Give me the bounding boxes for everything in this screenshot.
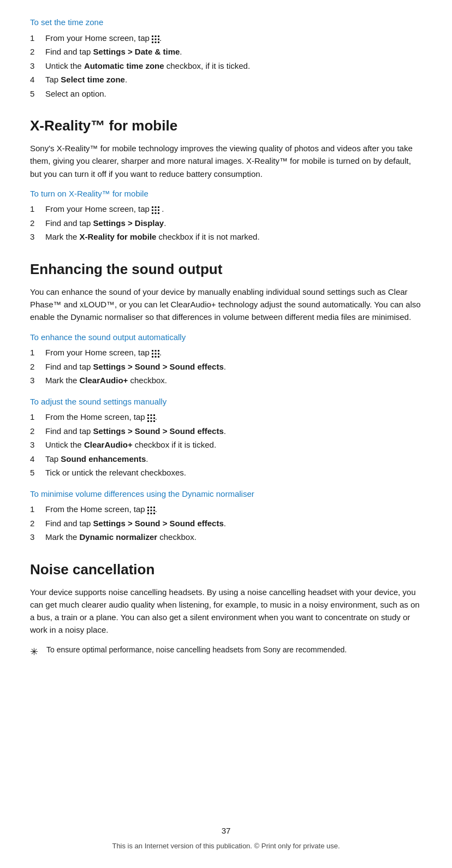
- subsection3-title: To minimise volume differences using the…: [30, 488, 422, 501]
- x-reality-heading: X-Reality™ for mobile: [30, 115, 422, 136]
- svg-rect-38: [153, 507, 155, 508]
- step-number: 5: [30, 88, 45, 100]
- step-text: Mark the ClearAudio+ checkbox.: [45, 374, 422, 387]
- step-text: Find and tap Settings > Sound > Sound ef…: [45, 361, 422, 373]
- bold-text: ClearAudio+: [80, 376, 128, 385]
- step-text: Tap Sound enhancements.: [45, 453, 422, 466]
- list-item: 5 Tick or untick the relevant checkboxes…: [30, 467, 422, 479]
- bold-text: Select time zone: [61, 75, 125, 84]
- svg-rect-11: [158, 206, 159, 208]
- step-text: Untick the ClearAudio+ checkbox if it is…: [45, 439, 422, 451]
- step-text: Mark the X-Reality for mobile checkbox i…: [45, 231, 422, 243]
- svg-rect-6: [152, 41, 153, 43]
- step-text: From the Home screen, tap .: [45, 411, 422, 424]
- step-text: Untick the Automatic time zone checkbox,…: [45, 60, 422, 73]
- set-time-zone-title: To set the time zone: [30, 16, 422, 29]
- svg-rect-27: [147, 414, 149, 416]
- step-text: From your Home screen, tap .: [45, 203, 422, 216]
- apps-icon: [152, 34, 159, 42]
- svg-rect-30: [147, 418, 149, 419]
- step-number: 3: [30, 231, 45, 243]
- enhancing-sound-heading: Enhancing the sound output: [30, 259, 422, 280]
- svg-rect-22: [155, 353, 157, 355]
- svg-rect-25: [155, 356, 157, 358]
- list-item: 4 Tap Sound enhancements.: [30, 453, 422, 466]
- apps-icon: [152, 349, 159, 356]
- svg-rect-23: [158, 353, 159, 355]
- list-item: 2 Find and tap Settings > Sound > Sound …: [30, 518, 422, 530]
- step-number: 1: [30, 503, 45, 516]
- step-number: 2: [30, 518, 45, 530]
- page-number: 37: [0, 825, 452, 837]
- step-number: 1: [30, 203, 45, 216]
- svg-rect-29: [153, 414, 155, 416]
- svg-rect-28: [150, 414, 152, 416]
- apps-icon: [147, 506, 155, 513]
- list-item: 1 From the Home screen, tap .: [30, 503, 422, 516]
- list-item: 2 Find and tap Settings > Sound > Sound …: [30, 361, 422, 373]
- svg-rect-36: [147, 507, 149, 508]
- apps-icon: [152, 205, 159, 213]
- svg-rect-20: [158, 350, 159, 352]
- x-reality-section: X-Reality™ for mobile Sony's X-Reality™ …: [30, 115, 422, 243]
- svg-rect-15: [152, 212, 153, 214]
- bold-text: Automatic time zone: [84, 61, 164, 70]
- svg-rect-19: [155, 350, 157, 352]
- svg-rect-0: [152, 35, 153, 37]
- list-item: 2 Find and tap Settings > Date & time.: [30, 46, 422, 58]
- noise-cancellation-heading: Noise cancellation: [30, 559, 422, 580]
- svg-rect-41: [153, 510, 155, 512]
- bold-text: Settings > Sound > Sound effects: [93, 426, 224, 436]
- svg-rect-32: [153, 418, 155, 419]
- bold-text: Settings > Sound > Sound effects: [93, 519, 224, 528]
- step-number: 1: [30, 32, 45, 45]
- step-text: Tick or untick the relevant checkboxes.: [45, 467, 422, 479]
- x-reality-subsection-title: To turn on X-Reality™ for mobile: [30, 188, 422, 200]
- step-number: 2: [30, 217, 45, 230]
- list-item: 3 Untick the ClearAudio+ checkbox if it …: [30, 439, 422, 451]
- x-reality-steps: 1 From your Home screen, tap . 2 Find an…: [30, 203, 422, 243]
- svg-rect-33: [147, 420, 149, 422]
- step-text: Find and tap Settings > Sound > Sound ef…: [45, 518, 422, 530]
- svg-rect-24: [152, 356, 153, 358]
- bold-text: Settings > Date & time: [93, 47, 180, 56]
- bold-text: Settings > Sound > Sound effects: [93, 362, 224, 371]
- step-number: 3: [30, 531, 45, 544]
- noise-cancellation-section: Noise cancellation Your device supports …: [30, 559, 422, 659]
- list-item: 5 Select an option.: [30, 88, 422, 100]
- step-number: 4: [30, 453, 45, 466]
- step-number: 2: [30, 361, 45, 373]
- list-item: 1 From your Home screen, tap .: [30, 203, 422, 216]
- svg-rect-40: [150, 510, 152, 512]
- step-number: 1: [30, 411, 45, 424]
- svg-rect-7: [155, 41, 157, 43]
- step-number: 3: [30, 374, 45, 387]
- svg-rect-42: [147, 513, 149, 514]
- svg-rect-9: [152, 206, 153, 208]
- svg-rect-44: [153, 513, 155, 514]
- set-time-zone-section: To set the time zone 1 From your Home sc…: [30, 16, 422, 100]
- svg-rect-39: [147, 510, 149, 512]
- tip-box: ✳ To ensure optimal performance, noise c…: [30, 644, 422, 659]
- svg-rect-12: [152, 210, 153, 211]
- bold-text: ClearAudio+: [84, 440, 133, 449]
- step-text: From your Home screen, tap .: [45, 32, 422, 45]
- svg-rect-37: [150, 507, 152, 508]
- svg-rect-1: [155, 35, 157, 37]
- step-number: 3: [30, 60, 45, 73]
- enhancing-sound-body: You can enhance the sound of your device…: [30, 286, 422, 324]
- subsection2-steps: 1 From the Home screen, tap . 2 Find and…: [30, 411, 422, 479]
- svg-rect-14: [158, 210, 159, 211]
- step-text: Mark the Dynamic normalizer checkbox.: [45, 531, 422, 544]
- subsection1-steps: 1 From your Home screen, tap . 2 Find an…: [30, 347, 422, 387]
- svg-rect-18: [152, 350, 153, 352]
- list-item: 4 Tap Select time zone.: [30, 74, 422, 86]
- subsection1-title: To enhance the sound output automaticall…: [30, 331, 422, 344]
- step-number: 2: [30, 46, 45, 58]
- footer-text: This is an Internet version of this publ…: [112, 842, 340, 850]
- step-text: Select an option.: [45, 88, 422, 100]
- x-reality-body: Sony's X-Reality™ for mobile technology …: [30, 142, 422, 180]
- svg-rect-34: [150, 420, 152, 422]
- bold-text: Settings > Display: [93, 218, 164, 228]
- list-item: 1 From your Home screen, tap .: [30, 347, 422, 359]
